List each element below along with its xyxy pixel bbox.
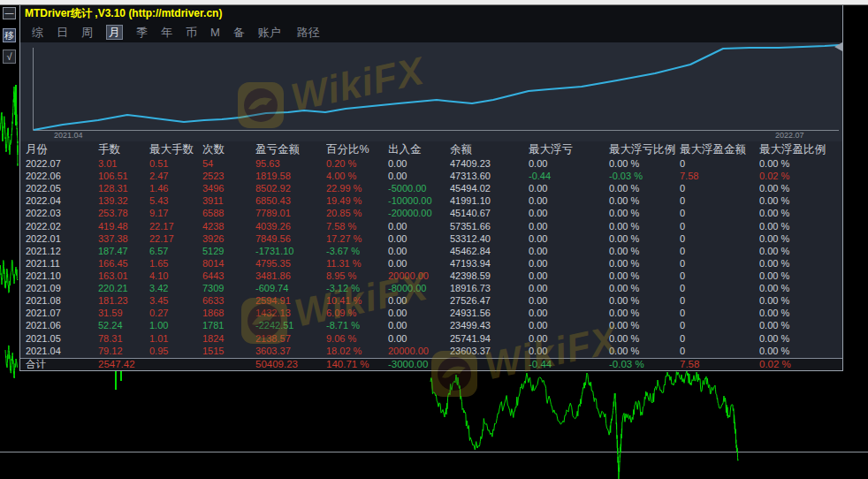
table-row-2021.04: 2021.0479.120.9515153603.3718.02 %20000.… xyxy=(20,345,842,357)
minimize-button[interactable]: — xyxy=(3,7,16,19)
cell: 6.57 xyxy=(149,245,202,257)
menu-item-周[interactable]: 周 xyxy=(81,26,93,39)
table-row-2021.08: 2021.08181.233.4566332594.9110.41 %0.002… xyxy=(20,294,842,307)
cell: 2594.91 xyxy=(255,294,326,307)
cell: -2242.51 xyxy=(255,319,326,331)
cell: 45462.84 xyxy=(450,245,529,257)
menu-item-年[interactable]: 年 xyxy=(161,26,172,39)
cell: 8014 xyxy=(202,257,255,270)
menu-item-日[interactable]: 日 xyxy=(57,26,68,39)
table-row-2022.05: 2022.05128.311.4634968502.9222.99 %-5000… xyxy=(20,182,842,194)
cell: 0.00 xyxy=(388,307,450,319)
cell: 5129 xyxy=(202,245,255,257)
column-header: 最大手数 xyxy=(149,142,202,157)
cell: 45140.67 xyxy=(450,207,529,219)
cell: 22.17 xyxy=(149,232,202,245)
cell: 139.32 xyxy=(98,194,149,207)
cell: 0.00 xyxy=(529,332,609,345)
total-cell xyxy=(202,359,255,370)
cell: -1731.10 xyxy=(255,245,326,257)
cell: 78.31 xyxy=(98,332,149,345)
cell: 7.58 % xyxy=(326,220,388,232)
cell: 187.47 xyxy=(98,245,149,257)
cell: 19.49 % xyxy=(326,194,388,207)
menu-item-币[interactable]: 币 xyxy=(186,26,197,39)
total-cell: -0.44 xyxy=(529,359,609,370)
cell: 4.00 % xyxy=(326,170,388,182)
table-row-2021.10: 2021.10163.014.1064433481.868.95 %20000.… xyxy=(20,270,842,282)
total-cell: 2547.42 xyxy=(98,359,149,370)
cell: 2.47 xyxy=(149,170,202,182)
cell: 2022.01 xyxy=(26,232,98,245)
cell: 0 xyxy=(680,294,759,307)
screen: — 移 √ MTDriver统计 ,V3.10 (http://mtdriver… xyxy=(0,0,868,479)
cell: 25741.94 xyxy=(450,332,529,345)
cell: 0.00 % xyxy=(759,319,842,331)
cell: 0.00 % xyxy=(609,245,680,257)
menu-item-M[interactable]: M xyxy=(210,26,220,39)
cell: 2022.07 xyxy=(26,157,98,170)
cell: 0 xyxy=(680,270,759,282)
cell: 0.00 xyxy=(529,307,609,319)
check-tool-button[interactable]: √ xyxy=(3,49,16,64)
menu-item-路径[interactable]: 路径 xyxy=(297,26,320,39)
table-row-2021.06: 2021.0652.241.001781-2242.51-8.71 %0.002… xyxy=(20,319,842,331)
cell: 7849.56 xyxy=(255,232,326,245)
cell: 6850.43 xyxy=(255,194,326,207)
cell: 0 xyxy=(680,245,759,257)
cell: 3.45 xyxy=(149,294,202,307)
cell: 2021.11 xyxy=(26,257,98,270)
cell: 0.00 xyxy=(529,270,609,282)
total-cell xyxy=(450,359,529,370)
x-axis-start-label: 2021.04 xyxy=(54,131,83,140)
cell: 128.31 xyxy=(98,182,149,194)
cell: 57351.66 xyxy=(450,220,529,232)
menu-item-账户[interactable]: 账户 xyxy=(258,26,281,39)
column-header: 余额 xyxy=(450,142,529,157)
cell: 0.00 % xyxy=(609,332,680,345)
cell: 0.27 xyxy=(149,307,202,319)
window-titlebar[interactable]: MTDriver统计 ,V3.10 (http://mtdriver.cn) xyxy=(20,5,842,22)
cell: 0.00 % xyxy=(759,157,842,170)
cell: 0.00 % xyxy=(759,245,842,257)
cell: 7309 xyxy=(202,282,255,294)
cell: -8.71 % xyxy=(326,319,388,331)
cell: 8.95 % xyxy=(326,270,388,282)
cell: 1868 xyxy=(202,307,255,319)
cell: 2138.57 xyxy=(255,332,326,345)
cell: 2021.07 xyxy=(26,307,98,319)
cell: 0.00 xyxy=(529,294,609,307)
cell: 166.45 xyxy=(98,257,149,270)
cell: 2021.08 xyxy=(26,294,98,307)
cell: 3496 xyxy=(202,182,255,194)
table-row-2021.09: 2021.09220.213.427309-609.74-3.12 %-8000… xyxy=(20,282,842,294)
menu-item-月[interactable]: 月 xyxy=(106,25,123,40)
cell: 2022.05 xyxy=(26,182,98,194)
menu-item-综[interactable]: 综 xyxy=(32,26,43,39)
cell: 0 xyxy=(680,157,759,170)
cell: 23499.43 xyxy=(450,319,529,331)
cell: 0.00 % xyxy=(609,220,680,232)
menu-item-季[interactable]: 季 xyxy=(136,26,148,39)
cell: 18916.73 xyxy=(450,282,529,294)
cell: 2022.02 xyxy=(26,220,98,232)
table-row-2022.03: 2022.03253.789.1765887789.0120.85 %-2000… xyxy=(20,207,842,219)
cell: 3603.37 xyxy=(255,345,326,357)
cell: 3481.86 xyxy=(255,270,326,282)
cell: 54 xyxy=(202,157,255,170)
cell: 1515 xyxy=(202,345,255,357)
cell: 0.00 xyxy=(388,245,450,257)
move-tool-button[interactable]: 移 xyxy=(3,28,16,42)
cell: 0 xyxy=(680,282,759,294)
cell: 163.01 xyxy=(98,270,149,282)
cell: 1.01 xyxy=(149,332,202,345)
cell: -0.44 xyxy=(529,170,609,182)
cell: 1.46 xyxy=(149,182,202,194)
cell: 0.00 % xyxy=(609,294,680,307)
cell: 2523 xyxy=(202,170,255,182)
cell: 2021.09 xyxy=(26,282,98,294)
menu-item-备[interactable]: 备 xyxy=(233,26,245,39)
cell: 9.17 xyxy=(149,207,202,219)
total-cell: -0.03 % xyxy=(609,359,680,370)
column-header: 百分比% xyxy=(326,142,388,157)
